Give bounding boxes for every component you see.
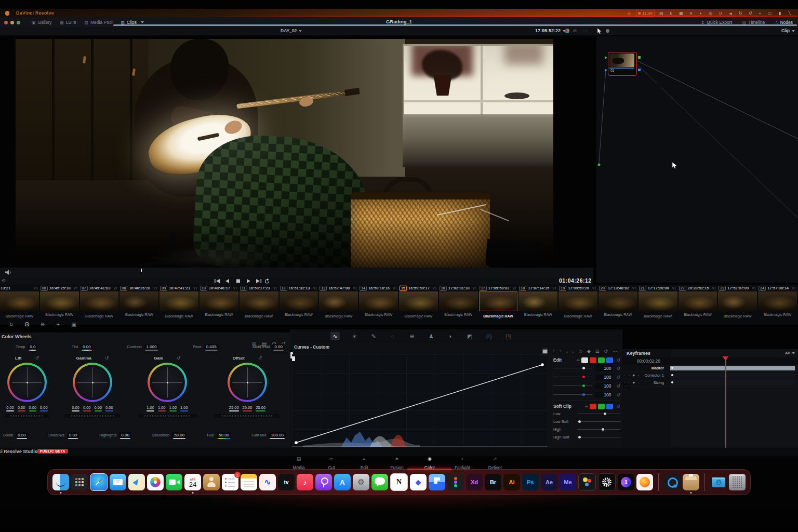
dock-unarchiver[interactable] <box>683 474 699 490</box>
channel-slider[interactable]: 100 ↺ <box>553 364 620 373</box>
adjustment-control[interactable]: Mid/Detail 0.00 <box>252 344 285 350</box>
reset-icon[interactable]: ↺ <box>616 357 620 363</box>
clip-thumbnail[interactable]: Blackmagic RAW <box>159 291 198 325</box>
palette-sizing[interactable] <box>484 332 494 340</box>
dock-notion[interactable]: N <box>390 473 408 491</box>
wheel-balance-dot[interactable] <box>167 382 168 383</box>
reset-icon[interactable]: ↺ <box>616 392 620 397</box>
channel-button[interactable] <box>598 357 605 363</box>
curves-cc[interactable] <box>566 349 568 354</box>
custom-curve-plot[interactable] <box>292 354 548 447</box>
loop-playback-icon[interactable]: ⟲ <box>2 278 6 283</box>
menubar-docker[interactable] <box>717 10 724 16</box>
adjustment-value[interactable]: 0.00 <box>81 344 93 350</box>
tool-tracker2[interactable] <box>54 321 62 328</box>
keyframe-row[interactable]: ◦ ▫ ◆ › Master <box>622 365 798 372</box>
menubar-character[interactable] <box>688 10 694 16</box>
menubar-camera[interactable] <box>708 10 714 16</box>
param-value[interactable]: 50.00 <box>172 432 187 438</box>
timeline-clip[interactable]: 07 16:45:41:03 V1 <box>80 285 120 291</box>
palette-stereo-3d[interactable] <box>503 332 513 340</box>
menubar-time-machine[interactable] <box>747 10 753 16</box>
soft-clip-slider[interactable]: Low <box>553 410 620 418</box>
timeline-clip[interactable]: 09 16:47:41:21 V1 <box>159 285 200 291</box>
timeline-selector[interactable]: DAY_02 <box>281 28 302 33</box>
param-value[interactable]: 0.00 <box>67 432 79 438</box>
channel-button[interactable] <box>581 357 588 363</box>
wheel-balance-dot[interactable] <box>247 382 248 383</box>
dock-settings[interactable] <box>353 474 369 490</box>
keyframe-track[interactable] <box>670 373 795 378</box>
curves-cdiaf[interactable] <box>587 349 591 354</box>
menubar-bluetooth[interactable] <box>668 10 674 16</box>
clip-thumbnail[interactable]: Blackmagic RAW <box>758 291 797 325</box>
tool-loop2[interactable] <box>7 321 16 328</box>
apple-menu-icon[interactable] <box>5 11 9 16</box>
color-wheel[interactable] <box>73 363 112 402</box>
dock-downloads[interactable] <box>710 474 727 490</box>
channel-value[interactable]: 0.00 <box>105 405 113 410</box>
param-control[interactable]: Hue 50.00 <box>207 432 231 438</box>
clip-thumbnail[interactable]: Blackmagic RAW <box>439 291 478 325</box>
soft-clip-slider[interactable]: High Soft <box>553 433 620 441</box>
timeline-clip[interactable]: 11 16:50:17:23 V1 <box>240 285 280 291</box>
clip-thumbnail[interactable]: Blackmagic RAW <box>280 291 318 325</box>
channel-button[interactable] <box>598 404 605 409</box>
clip-thumbnail[interactable]: Blackmagic RAW <box>80 291 119 325</box>
master-wheel-slider[interactable] <box>138 414 197 418</box>
reset-icon[interactable]: ↺ <box>616 375 620 380</box>
menubar-loop[interactable] <box>737 10 743 16</box>
keyframe-dot[interactable] <box>671 367 673 369</box>
menubar-notch[interactable] <box>698 10 704 16</box>
dock-photos[interactable] <box>147 474 164 490</box>
timeline-clip[interactable]: 24 17:57:08:14 V1 <box>758 285 798 291</box>
soft-clip-slider[interactable]: Low Soft <box>553 418 620 425</box>
dock-facetime[interactable] <box>166 474 182 490</box>
channel-slider[interactable]: 100 ↺ <box>553 373 620 381</box>
channel-value[interactable]: 0.00 <box>40 405 48 410</box>
param-value[interactable]: 100.00 <box>269 432 285 438</box>
master-wheel-slider[interactable] <box>64 414 121 418</box>
dock-fanapp[interactable] <box>598 473 616 491</box>
dock-xd[interactable]: Xd <box>466 474 483 490</box>
channel-value[interactable]: 0.00 <box>6 405 14 410</box>
menubar-display[interactable] <box>658 10 664 16</box>
color-wheel[interactable] <box>148 363 187 402</box>
clip-thumbnail[interactable]: Blackmagic RAW <box>518 291 557 325</box>
curves-cexpand[interactable] <box>595 349 600 354</box>
clip-thumbnail[interactable]: Blackmagic RAW <box>0 291 39 325</box>
timeline-clip[interactable]: 10 16:48:46:17 V1 <box>200 285 240 291</box>
timeline-clip[interactable]: 13 16:52:47:08 V1 <box>319 285 359 291</box>
dock-quicktime[interactable] <box>664 474 681 490</box>
channel-slider-value[interactable]: 100 <box>595 374 613 380</box>
slider-handle[interactable] <box>602 428 604 431</box>
clip-thumbnail[interactable]: Blackmagic RAW <box>598 291 637 325</box>
playback-buttons[interactable] <box>215 278 271 284</box>
clip-thumbnail[interactable]: Blackmagic RAW <box>479 291 518 325</box>
dock-reminders[interactable]: 2 <box>222 474 238 490</box>
tool-color-wheel[interactable] <box>23 321 31 328</box>
menubar-flag[interactable] <box>757 10 763 16</box>
dock-photoshop[interactable]: Ps <box>522 474 539 490</box>
keyframe-ruler[interactable]: 00:00:02:20 <box>622 357 798 365</box>
menubar-volume[interactable] <box>727 10 734 16</box>
param-control[interactable]: Highlights 0.00 <box>99 432 131 438</box>
reset-icon[interactable]: ↺ <box>616 383 620 389</box>
palette-power-window[interactable] <box>388 332 397 340</box>
channel-value[interactable]: 25.00 <box>256 405 265 410</box>
timeline-clip[interactable]: 19 17:09:59:20 V1 <box>558 285 598 291</box>
dock-music[interactable] <box>297 474 313 490</box>
clip-thumbnail[interactable]: Blackmagic RAW <box>40 291 79 325</box>
reset-icon[interactable]: ↺ <box>105 355 109 361</box>
master-wheel-slider[interactable] <box>214 414 281 418</box>
menubar-keypad[interactable] <box>767 10 773 16</box>
slider-handle[interactable] <box>578 436 581 438</box>
clip-thumbnail[interactable]: Blackmagic RAW <box>679 291 717 325</box>
palette-qualifier[interactable] <box>369 332 378 340</box>
channel-slider[interactable]: 100 ↺ <box>553 390 620 399</box>
slider-handle[interactable] <box>582 376 585 378</box>
menubar-battery[interactable] <box>777 10 783 16</box>
slider-track[interactable] <box>577 429 620 430</box>
dock-maps[interactable] <box>128 474 145 490</box>
keyframe-track[interactable] <box>670 380 795 385</box>
